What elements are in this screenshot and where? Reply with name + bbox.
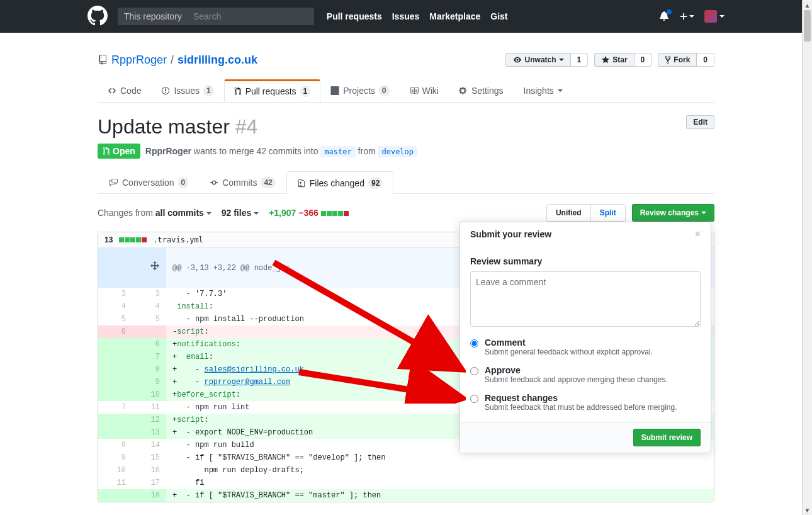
tab-wiki[interactable]: Wiki	[400, 79, 449, 102]
scroll-thumb[interactable]	[804, 10, 811, 42]
topnav-links: Pull requests Issues Marketplace Gist	[327, 11, 508, 21]
pr-icon	[103, 147, 110, 156]
tab-commits[interactable]: Commits42	[199, 171, 286, 193]
review-comment-input[interactable]	[470, 271, 701, 327]
search-input[interactable]	[188, 8, 314, 25]
code-icon	[108, 86, 116, 95]
diff-line[interactable]: 18+ - if [ "$TRAVIS_BRANCH" == "master" …	[98, 489, 714, 502]
project-icon	[330, 86, 339, 95]
fork-button[interactable]: Fork	[658, 53, 697, 67]
radio-request-changes[interactable]	[470, 395, 478, 403]
nav-pull-requests[interactable]: Pull requests	[327, 11, 382, 21]
close-icon[interactable]: ×	[695, 229, 701, 240]
book-icon	[410, 86, 419, 95]
nav-marketplace[interactable]: Marketplace	[429, 11, 480, 21]
tab-conversation[interactable]: Conversation0	[98, 171, 199, 193]
eye-icon	[512, 56, 522, 64]
nav-issues[interactable]: Issues	[392, 11, 420, 21]
commit-icon	[210, 178, 218, 187]
search-scope[interactable]: This repository	[118, 8, 188, 25]
file-diffstat-bar	[119, 237, 147, 242]
unwatch-button[interactable]: Unwatch	[505, 53, 571, 67]
nav-gist[interactable]: Gist	[490, 11, 507, 21]
diff-toolbar: Changes from all commits 92 files +1,907…	[98, 204, 714, 222]
file-diff-icon	[297, 179, 306, 188]
tab-pull-requests[interactable]: Pull requests1	[224, 79, 321, 102]
review-popup: Submit your review × Review summary Comm…	[460, 222, 711, 453]
github-logo-icon[interactable]	[87, 6, 108, 28]
fork-count[interactable]: 0	[697, 53, 714, 67]
diff-line[interactable]: 915 - if [ "$TRAVIS_BRANCH" == "develop"…	[98, 451, 714, 464]
file-diff-count: 13	[104, 235, 113, 244]
submit-review-button[interactable]: Submit review	[633, 429, 701, 446]
head-branch[interactable]: develop	[378, 146, 417, 157]
star-count[interactable]: 0	[634, 53, 652, 67]
changes-from-dropdown[interactable]: Changes from all commits	[98, 208, 211, 218]
repo-sep: /	[171, 54, 174, 67]
diff-line[interactable]: 1016 npm run deploy-drafts;	[98, 464, 714, 477]
notifications-icon[interactable]	[659, 11, 669, 23]
fork-icon	[665, 55, 671, 64]
tab-code[interactable]: Code	[98, 79, 151, 102]
repohead: RpprRoger / sidrilling.co.uk Unwatch 1 S…	[98, 43, 714, 103]
files-dropdown[interactable]: 92 files	[222, 208, 259, 218]
tab-projects[interactable]: Projects0	[320, 79, 399, 102]
scroll-up-icon[interactable]: ▲	[803, 0, 812, 10]
pr-meta: Open RpprRoger wants to merge 42 commits…	[98, 144, 714, 159]
gear-icon	[459, 86, 468, 95]
repo-icon	[98, 55, 108, 65]
diff-view-toggle: Unified Split	[546, 204, 626, 222]
file-name[interactable]: .travis.yml	[153, 235, 203, 244]
base-branch[interactable]: master	[320, 146, 355, 157]
radio-comment[interactable]	[470, 339, 478, 348]
pr-title: Update master #4	[98, 115, 257, 139]
pr-author[interactable]: RpprRoger	[145, 146, 191, 156]
unified-button[interactable]: Unified	[547, 205, 590, 221]
star-button[interactable]: Star	[594, 53, 634, 67]
topbar: This repository Pull requests Issues Mar…	[0, 0, 812, 33]
tab-insights[interactable]: Insights	[514, 79, 573, 102]
tab-issues[interactable]: Issues1	[151, 79, 223, 102]
tab-files-changed[interactable]: Files changed92	[286, 171, 394, 194]
review-summary-label: Review summary	[470, 256, 701, 266]
review-popup-title: Submit your review	[470, 229, 551, 239]
star-icon	[601, 55, 610, 64]
create-new-icon[interactable]	[679, 12, 694, 21]
pr-icon	[234, 87, 242, 96]
state-badge: Open	[98, 144, 140, 159]
review-option-comment[interactable]: CommentSubmit general feedback without e…	[470, 337, 701, 356]
scrollbar[interactable]: ▲ ▼	[802, 0, 812, 502]
user-menu[interactable]	[704, 10, 725, 23]
deletions: −366	[298, 208, 319, 218]
repo-name-link[interactable]: sidrilling.co.uk	[178, 54, 257, 67]
edit-button[interactable]: Edit	[686, 115, 714, 129]
issue-icon	[161, 86, 170, 95]
expand-icon[interactable]	[150, 261, 160, 271]
review-option-approve[interactable]: ApproveSubmit feedback and approve mergi…	[470, 365, 701, 384]
radio-approve[interactable]	[470, 367, 478, 375]
tab-settings[interactable]: Settings	[449, 79, 514, 102]
split-button[interactable]: Split	[590, 205, 625, 221]
diffstat-bar	[321, 211, 349, 216]
review-changes-button[interactable]: Review changes	[632, 204, 714, 222]
reponav: Code Issues1 Pull requests1 Projects0 Wi…	[98, 79, 714, 103]
review-option-request-changes[interactable]: Request changesSubmit feedback that must…	[470, 393, 701, 412]
repo-owner-link[interactable]: RpprRoger	[111, 54, 167, 67]
comment-icon	[108, 178, 118, 187]
watch-count[interactable]: 1	[571, 53, 589, 67]
additions: +1,907	[269, 208, 296, 218]
diff-line[interactable]: 1117 fi	[98, 477, 714, 489]
avatar-icon	[704, 10, 717, 23]
